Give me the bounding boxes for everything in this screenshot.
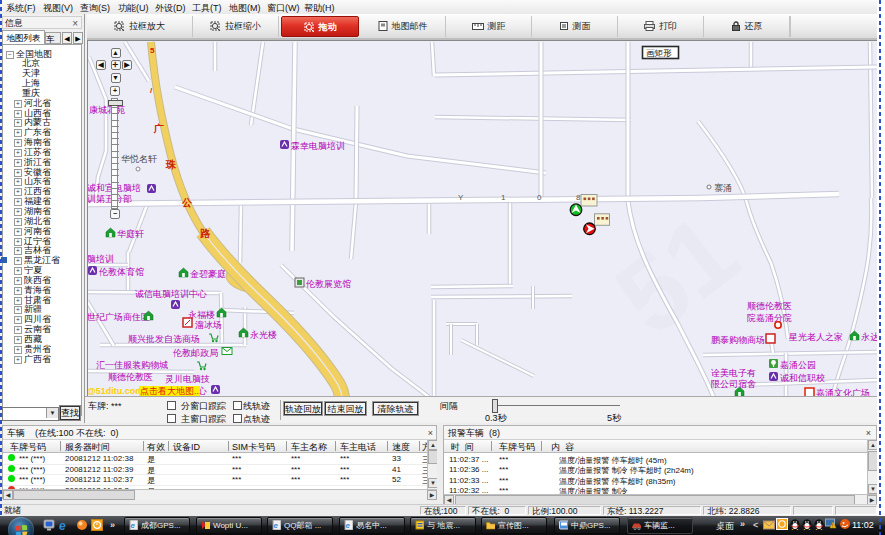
svg-text:星光老人之家: 星光老人之家 (788, 332, 843, 342)
svg-text:金碧豪庭: 金碧豪庭 (190, 269, 226, 279)
svg-text:嘉涌公园: 嘉涌公园 (780, 360, 816, 370)
svg-text:公: 公 (181, 197, 193, 208)
svg-text:寨涌: 寨涌 (714, 183, 732, 193)
svg-text:院嘉涌分院: 院嘉涌分院 (747, 313, 792, 323)
svg-text:5: 5 (150, 46, 155, 55)
svg-text:伦教邮政局: 伦教邮政局 (173, 348, 218, 358)
svg-text:e: e (59, 519, 66, 531)
svg-text:@51ditu.com: @51ditu.com (88, 386, 143, 396)
svg-text:永达: 永达 (861, 332, 877, 342)
svg-text:灵川电脑技: 灵川电脑技 (165, 374, 210, 384)
svg-text:诠美电子有: 诠美电子有 (711, 368, 756, 378)
svg-text:画矩形: 画矩形 (646, 48, 672, 58)
svg-text:顺德伦教医: 顺德伦教医 (747, 301, 792, 311)
svg-text:伦教体育馆: 伦教体育馆 (99, 267, 144, 277)
svg-text:嘉涌文化广场: 嘉涌文化广场 (816, 388, 870, 396)
svg-text:点击看大地图...: 点击看大地图... (140, 386, 202, 396)
svg-text:鹏泰购物商场: 鹏泰购物商场 (711, 335, 765, 345)
svg-text:路: 路 (200, 228, 211, 239)
svg-text:广: 广 (153, 123, 164, 134)
svg-text:1: 1 (501, 193, 506, 202)
svg-text:8: 8 (576, 193, 581, 202)
svg-text:霖幸电脑培训: 霖幸电脑培训 (291, 141, 345, 151)
svg-text:永光楼: 永光楼 (250, 330, 277, 340)
svg-text:珠: 珠 (165, 159, 177, 170)
svg-text:e: e (346, 521, 351, 530)
svg-text:e: e (131, 521, 136, 530)
svg-text:0: 0 (537, 193, 542, 202)
svg-text:汇一佳服装购物城: 汇一佳服装购物城 (96, 360, 168, 370)
svg-text:世纪广场商住区: 世纪广场商住区 (88, 312, 150, 322)
svg-text:限公司宿舍: 限公司宿舍 (711, 379, 756, 389)
svg-text:伦教展览馆: 伦教展览馆 (306, 279, 351, 289)
svg-text:!: ! (832, 523, 833, 529)
svg-text:诚和信职校: 诚和信职校 (780, 373, 825, 383)
svg-text:诚信电脑培训中心: 诚信电脑培训中心 (135, 289, 207, 299)
svg-text:溜冰场: 溜冰场 (195, 320, 222, 330)
svg-text:e: e (274, 521, 279, 530)
svg-text:脑培训: 脑培训 (88, 254, 114, 264)
svg-text:顺德伦教医: 顺德伦教医 (108, 372, 153, 382)
svg-text:顺兴批发自选商场: 顺兴批发自选商场 (128, 334, 200, 344)
svg-text:51: 51 (595, 192, 759, 356)
svg-text:Y: Y (458, 193, 464, 202)
